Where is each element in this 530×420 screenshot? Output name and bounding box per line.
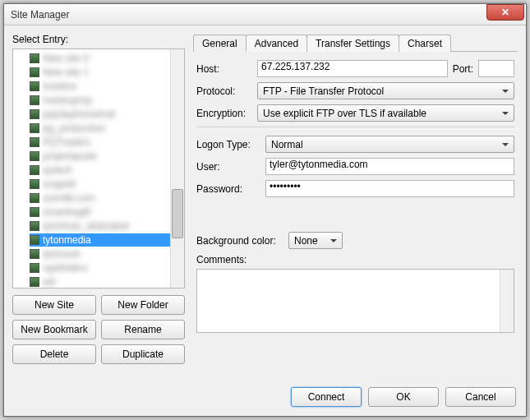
tree-entry[interactable]: qutech [30, 164, 184, 177]
server-icon [30, 53, 39, 63]
password-label: Password: [196, 183, 260, 195]
tree-entry[interactable]: tytonmedia [30, 233, 184, 247]
rename-button[interactable]: Rename [101, 320, 185, 339]
tab-advanced[interactable]: Advanced [246, 35, 307, 52]
tree-entry-label: New site 1 [43, 67, 89, 78]
tab-transfer-settings[interactable]: Transfer Settings [306, 35, 399, 52]
close-button[interactable]: ✕ [486, 4, 524, 21]
tree-entry-label: vgsfinders [43, 262, 88, 274]
server-icon [30, 123, 39, 133]
tree-entry-label: tytonsub [43, 248, 80, 260]
ok-button[interactable]: OK [368, 387, 439, 407]
tree-entry-label: New site 0 [43, 53, 89, 64]
tree-entry-label: qutech [43, 164, 72, 176]
server-icon [30, 277, 39, 287]
protocol-label: Protocol: [196, 85, 252, 97]
server-icon [30, 151, 39, 161]
tree-entry-label: pg_production [43, 122, 105, 134]
close-icon: ✕ [501, 7, 509, 18]
background-color-label: Background color: [196, 235, 283, 247]
tree-entry[interactable]: smartesgift [30, 205, 184, 219]
server-icon [30, 249, 39, 259]
comments-scrollbar[interactable] [500, 270, 514, 332]
server-icon [30, 67, 39, 77]
server-icon [30, 109, 39, 119]
tree-entry[interactable]: hosteuprop [30, 94, 184, 107]
tab-general[interactable]: General [193, 35, 247, 52]
new-folder-button[interactable]: New Folder [101, 295, 185, 315]
site-manager-window: Site Manager ✕ Select Entry: New site 0N… [3, 3, 527, 417]
delete-button[interactable]: Delete [12, 344, 96, 364]
connect-button[interactable]: Connect [291, 387, 362, 407]
tree-scrollbar[interactable] [170, 49, 184, 288]
tree-entry[interactable]: vgsfinders [30, 261, 184, 275]
tree-entry[interactable]: New site 1 [30, 66, 184, 79]
tree-entry[interactable]: tytonsub [30, 247, 184, 261]
protocol-select[interactable]: FTP - File Transfer Protocol [257, 82, 514, 99]
duplicate-button[interactable]: Duplicate [101, 344, 185, 364]
tree-entry-label: scentlb.com [43, 192, 95, 204]
tree-entry-label: paydayhomehub [43, 108, 116, 120]
tree-entry[interactable]: paydayhomehub [30, 108, 184, 121]
entry-tree[interactable]: New site 0New site 1hostboxhosteuproppay… [12, 48, 185, 288]
comments-textarea[interactable] [196, 269, 514, 333]
tab-charset[interactable]: Charset [399, 35, 451, 52]
user-input[interactable]: tyler@tytonmedia.com [265, 158, 514, 175]
encryption-label: Encryption: [196, 108, 252, 119]
tree-entry-label: PQTraders [43, 136, 90, 148]
tree-entry[interactable]: wd [30, 275, 184, 288]
tabs: General Advanced Transfer Settings Chars… [193, 34, 518, 52]
encryption-select[interactable]: Use explicit FTP over TLS if available [257, 104, 514, 122]
server-icon [30, 179, 39, 189]
port-label: Port: [453, 63, 473, 75]
tree-entry-label: tytonhub_dedicated [43, 220, 129, 232]
server-icon [30, 235, 39, 245]
tree-entry[interactable]: PQTraders [30, 136, 184, 149]
tree-entry[interactable]: scentlb.com [30, 192, 184, 205]
logon-type-select[interactable]: Normal [265, 136, 514, 153]
host-input[interactable]: 67.225.137.232 [257, 60, 448, 77]
server-icon [30, 165, 39, 175]
tree-entry-label: scapelli [43, 178, 76, 190]
titlebar[interactable]: Site Manager ✕ [4, 4, 526, 25]
new-site-button[interactable]: New Site [12, 295, 96, 315]
background-color-select[interactable]: None [288, 232, 343, 249]
server-icon [30, 207, 39, 217]
user-label: User: [196, 161, 260, 173]
tree-entry-label: projectquote [43, 150, 97, 162]
server-icon [30, 193, 39, 203]
server-icon [30, 95, 39, 105]
tree-entry[interactable]: scapelli [30, 178, 184, 191]
comments-label: Comments: [196, 254, 514, 265]
tree-entry-label: hosteuprop [43, 95, 92, 106]
tree-entry[interactable]: pg_production [30, 122, 184, 135]
tree-entry-label: smartesgift [43, 206, 91, 218]
logon-type-label: Logon Type: [196, 139, 260, 150]
server-icon [30, 81, 39, 91]
tree-entry[interactable]: tytonhub_dedicated [30, 219, 184, 233]
new-bookmark-button[interactable]: New Bookmark [12, 320, 96, 339]
port-input[interactable] [478, 60, 514, 77]
host-label: Host: [196, 63, 252, 75]
select-entry-label: Select Entry: [12, 34, 185, 45]
divider [196, 127, 514, 127]
tree-entry[interactable]: New site 0 [30, 52, 184, 65]
server-icon [30, 137, 39, 147]
server-icon [30, 263, 39, 273]
window-title: Site Manager [11, 9, 486, 21]
cancel-button[interactable]: Cancel [445, 387, 516, 407]
server-icon [30, 221, 39, 231]
tree-entry-label: tytonmedia [43, 234, 91, 246]
tree-entry-label: hostbox [43, 81, 77, 92]
tree-scroll-thumb[interactable] [172, 189, 183, 238]
tree-entry[interactable]: projectquote [30, 150, 184, 163]
tree-entry-label: wd [43, 276, 55, 288]
password-input[interactable]: ••••••••• [265, 180, 514, 197]
tree-entry[interactable]: hostbox [30, 80, 184, 93]
